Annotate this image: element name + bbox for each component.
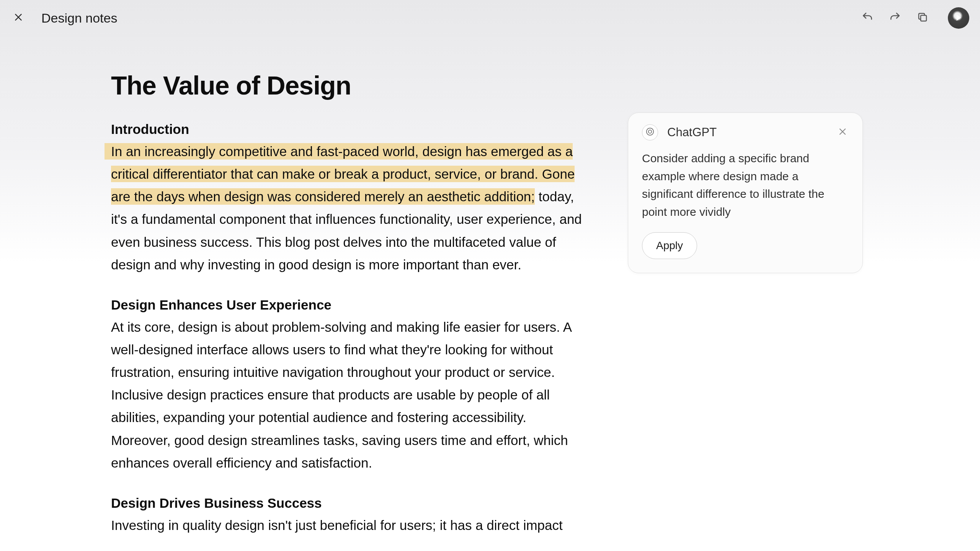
section-body-intro: In an increasingly competitive and fast-… xyxy=(111,140,582,276)
header-bar: Design notes xyxy=(0,0,980,36)
section-body-business: Investing in quality design isn't just b… xyxy=(111,514,582,536)
section-heading-business: Design Drives Business Success xyxy=(111,496,582,511)
undo-icon xyxy=(861,11,874,25)
suggestion-close-button[interactable] xyxy=(836,126,849,139)
highlighted-text[interactable]: In an increasingly competitive and fast-… xyxy=(111,143,575,205)
close-icon xyxy=(13,12,23,24)
chatgpt-logo xyxy=(642,124,658,140)
section-heading-ux: Design Enhances User Experience xyxy=(111,297,582,313)
copy-icon xyxy=(917,11,928,24)
section-heading-intro: Introduction xyxy=(111,122,582,137)
content-area: The Value of Design Introduction In an i… xyxy=(0,70,980,551)
close-button[interactable] xyxy=(11,10,26,26)
suggestion-text: Consider adding a specific brand example… xyxy=(642,150,849,221)
suggestion-source: ChatGPT xyxy=(667,126,717,139)
svg-point-3 xyxy=(648,130,652,134)
undo-button[interactable] xyxy=(861,11,874,25)
suggestion-card: ChatGPT Consider adding a specific brand… xyxy=(628,112,863,273)
section-body-ux: At its core, design is about problem-sol… xyxy=(111,316,582,474)
document-body[interactable]: The Value of Design Introduction In an i… xyxy=(111,70,582,536)
apply-button[interactable]: Apply xyxy=(642,232,697,259)
toolbar xyxy=(861,11,929,25)
openai-icon xyxy=(645,127,655,138)
redo-button[interactable] xyxy=(888,11,902,25)
page-title: The Value of Design xyxy=(111,70,582,100)
document-title: Design notes xyxy=(41,11,117,26)
redo-icon xyxy=(889,11,901,25)
copy-button[interactable] xyxy=(916,11,929,25)
close-icon xyxy=(838,127,847,138)
avatar[interactable] xyxy=(948,7,969,29)
svg-rect-2 xyxy=(921,15,926,21)
suggestion-header: ChatGPT xyxy=(642,124,849,140)
